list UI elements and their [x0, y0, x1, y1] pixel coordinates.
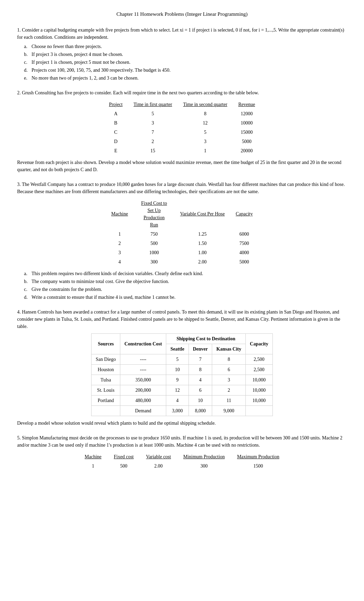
table-cell: 4: [106, 257, 133, 267]
problem-5: 5. Simplon Manufacturing must decide on …: [17, 434, 347, 471]
col-header-capacity: Capacity: [246, 333, 273, 354]
item-text: If project 1 is chosen, project 5 must n…: [32, 59, 130, 66]
table-cell: 3,000: [166, 405, 189, 416]
table-cell: 7: [189, 354, 212, 364]
table-cell: 8: [212, 354, 246, 364]
col-header-construction: Construction Cost: [120, 333, 166, 354]
table-cell: 500: [108, 461, 140, 471]
problem-2-table: Project Time in first quarter Time in se…: [104, 100, 260, 155]
table-cell: 1000: [133, 248, 174, 257]
table-cell: 9: [166, 375, 189, 385]
problem-5-table-wrapper: Machine Fixed cost Variable cost Minimum…: [17, 452, 347, 471]
item-label: e.: [24, 74, 29, 82]
table-cell: 5: [178, 128, 233, 137]
col-header-denver: Denver: [189, 344, 212, 354]
table-cell: 6000: [230, 229, 258, 239]
item-label: b.: [24, 51, 29, 58]
table-cell: 4000: [230, 248, 258, 257]
table-cell: 200,000: [120, 385, 166, 395]
item-text: Write a constraint to ensure that if mac…: [32, 294, 175, 301]
item-label: c.: [24, 286, 29, 293]
col-header: Fixed Cost to Set Up Production Run: [133, 199, 174, 229]
problem-1-intro: 1. Consider a capital budgeting example …: [17, 26, 347, 41]
table-cell: 12000: [233, 109, 260, 118]
item-label: b.: [24, 278, 29, 285]
col-header: Machine: [106, 199, 133, 229]
table-cell: 20000: [233, 146, 260, 155]
col-header-kansascity: Kansas City: [212, 344, 246, 354]
table-cell: 2: [106, 239, 133, 248]
problem-4-table-wrapper: Sources Construction Cost Shipping Cost …: [17, 333, 347, 416]
list-item: c. Give the constraints for the problem.: [24, 286, 347, 293]
table-cell: 10: [166, 364, 189, 375]
col-header: Revenue: [233, 100, 260, 109]
table-cell: Houston: [92, 364, 120, 375]
table-cell: 4: [166, 395, 189, 405]
problem-5-intro: 5. Simplon Manufacturing must decide on …: [17, 434, 347, 449]
list-item: d. Projects cost 100, 200, 150, 75, and …: [24, 67, 347, 74]
item-label: c.: [24, 59, 29, 66]
item-text: This problem requires two different kind…: [32, 270, 203, 277]
table-cell: 10,000: [246, 395, 273, 405]
table-cell: 480,000: [120, 395, 166, 405]
table-cell: 8,000: [189, 405, 212, 416]
table-cell: 1.50: [174, 239, 230, 248]
table-cell: 350,000: [120, 375, 166, 385]
problem-4: 4. Hansen Controls has been awarded a co…: [17, 308, 347, 427]
table-cell: A: [104, 109, 128, 118]
table-cell: 10: [189, 395, 212, 405]
table-cell: D: [104, 137, 128, 146]
table-cell: 750: [133, 229, 174, 239]
item-label: d.: [24, 67, 29, 74]
table-cell: Tulsa: [92, 375, 120, 385]
table-cell: 3: [178, 137, 233, 146]
table-cell: 1.25: [174, 229, 230, 239]
table-cell: 1500: [231, 461, 286, 471]
item-text: Give the constraints for the problem.: [32, 286, 102, 293]
table-cell: 6: [189, 385, 212, 395]
problem-2: 2. Grush Consulting has five projects to…: [17, 89, 347, 173]
col-header: Machine: [78, 452, 108, 461]
table-cell: 6: [212, 364, 246, 375]
table-cell: 300: [177, 461, 231, 471]
col-header: Time in first quarter: [128, 100, 178, 109]
problem-3-list: a. This problem requires two different k…: [24, 270, 347, 301]
list-item: e. No more than two of projects 1, 2, an…: [24, 74, 347, 82]
table-cell: 10,000: [246, 375, 273, 385]
table-cell: [246, 405, 273, 416]
item-label: a.: [24, 43, 29, 50]
table-cell: 7: [128, 128, 178, 137]
list-item: c. If project 1 is chosen, project 5 mus…: [24, 59, 347, 66]
table-cell: 15000: [233, 128, 260, 137]
table-cell: 10000: [233, 118, 260, 128]
problem-4-table: Sources Construction Cost Shipping Cost …: [91, 333, 272, 416]
table-cell: 11: [212, 395, 246, 405]
problem-5-table: Machine Fixed cost Variable cost Minimum…: [78, 452, 286, 471]
problem-2-table-wrapper: Project Time in first quarter Time in se…: [17, 100, 347, 155]
problem-3-intro: 3. The Westfall Company has a contract t…: [17, 181, 347, 195]
table-cell: 8: [178, 109, 233, 118]
table-cell: 5: [166, 354, 189, 364]
problem-3-table: Machine Fixed Cost to Set Up Production …: [106, 199, 258, 267]
problem-4-intro: 4. Hansen Controls has been awarded a co…: [17, 308, 347, 330]
table-cell: 2: [212, 385, 246, 395]
col-header: Time in second quarter: [178, 100, 233, 109]
problem-3: 3. The Westfall Company has a contract t…: [17, 181, 347, 301]
item-text: The company wants to minimize total cost…: [32, 278, 169, 285]
item-text: No more than two of projects 1, 2, and 3…: [32, 74, 138, 82]
problem-4-followup: Develop a model whose solution would rev…: [17, 420, 347, 427]
table-cell: 500: [133, 239, 174, 248]
list-item: a. Choose no fewer than three projects.: [24, 43, 347, 50]
table-cell: 10,000: [246, 385, 273, 395]
table-cell: 4: [189, 375, 212, 385]
table-cell: 12: [178, 118, 233, 128]
list-item: a. This problem requires two different k…: [24, 270, 347, 277]
table-cell: 2.00: [140, 461, 177, 471]
col-header: Fixed cost: [108, 452, 140, 461]
table-cell: 3: [128, 118, 178, 128]
table-cell: 12: [166, 385, 189, 395]
item-text: If project 3 is chosen, project 4 must b…: [32, 51, 123, 58]
table-cell: B: [104, 118, 128, 128]
list-item: b. If project 3 is chosen, project 4 mus…: [24, 51, 347, 58]
table-cell: 1: [106, 229, 133, 239]
